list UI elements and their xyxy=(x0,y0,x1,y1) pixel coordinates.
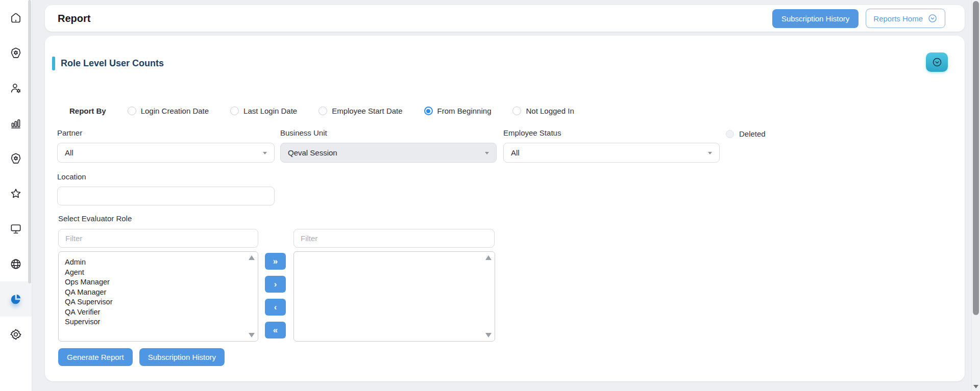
employee-status-field: Employee Status All xyxy=(503,128,720,163)
location-field: Location xyxy=(57,172,275,205)
deleted-label: Deleted xyxy=(739,129,766,138)
role-level-user-counts-card: Role Level User Counts Report By Login C… xyxy=(45,36,965,381)
available-roles-listbox[interactable]: Admin Agent Ops Manager QA Manager QA Su… xyxy=(58,251,258,342)
collapse-card-button[interactable] xyxy=(926,53,948,72)
radio-icon[interactable] xyxy=(128,107,136,115)
radio-label: Employee Start Date xyxy=(332,107,402,115)
sidebar-item-web[interactable] xyxy=(0,246,32,281)
card-title: Role Level User Counts xyxy=(61,58,164,69)
list-item[interactable]: Supervisor xyxy=(65,317,244,327)
subscription-history-button-bottom[interactable]: Subscription History xyxy=(139,348,225,366)
report-by-option[interactable]: Last Login Date xyxy=(230,107,297,115)
sidebar-item-settings[interactable] xyxy=(0,317,32,352)
partner-select[interactable]: All xyxy=(57,143,275,163)
available-roles-filter-input[interactable] xyxy=(58,229,258,248)
radio-icon[interactable] xyxy=(318,107,327,115)
scroll-down-arrow[interactable] xyxy=(973,385,978,388)
location-input[interactable] xyxy=(57,187,275,205)
move-right-button[interactable]: › xyxy=(265,276,286,293)
chevron-down-circle-icon xyxy=(932,57,943,68)
report-by-option[interactable]: Login Creation Date xyxy=(128,107,209,115)
report-by-option[interactable]: Not Logged In xyxy=(512,107,574,115)
caret-down-icon xyxy=(263,152,267,154)
employee-status-select-value: All xyxy=(511,148,520,157)
employee-status-select[interactable]: All xyxy=(503,143,720,163)
list-item[interactable]: QA Supervisor xyxy=(65,297,244,307)
sidebar-item-reports[interactable] xyxy=(0,106,32,141)
radio-icon[interactable] xyxy=(230,107,239,115)
gear-icon xyxy=(9,328,22,341)
selected-filter-field xyxy=(293,229,495,248)
list-item[interactable]: Agent xyxy=(65,268,244,278)
move-all-left-button[interactable]: « xyxy=(265,322,286,338)
badge-gear-icon xyxy=(9,152,22,165)
evaluator-role-label: Select Evaluator Role xyxy=(58,214,132,223)
list-item[interactable]: Ops Manager xyxy=(65,277,244,288)
generate-report-button[interactable]: Generate Report xyxy=(58,348,133,366)
pie-chart-icon xyxy=(9,293,22,306)
business-unit-label: Business Unit xyxy=(280,128,497,137)
available-filter-field xyxy=(58,229,258,248)
location-label: Location xyxy=(57,172,275,181)
main-area: Report Subscription History Reports Home… xyxy=(32,0,980,391)
header-actions: Subscription History Reports Home xyxy=(772,9,945,28)
deleted-checkbox-field[interactable]: Deleted xyxy=(726,129,766,138)
scroll-up-arrow[interactable] xyxy=(485,255,492,260)
sidebar-item-favorites[interactable] xyxy=(0,176,32,211)
radio-icon[interactable] xyxy=(424,107,433,115)
list-item[interactable]: Admin xyxy=(65,257,244,268)
list-item[interactable]: QA Manager xyxy=(65,288,244,298)
subscription-history-button[interactable]: Subscription History xyxy=(772,9,859,28)
sidebar-item-user-settings[interactable] xyxy=(0,70,32,106)
partner-select-value: All xyxy=(65,148,74,157)
business-unit-field: Business Unit Qeval Session xyxy=(280,128,497,163)
selected-roles-filter-input[interactable] xyxy=(293,229,495,248)
sidebar-scrollbar[interactable] xyxy=(28,0,31,283)
report-by-option[interactable]: Employee Start Date xyxy=(318,107,402,115)
radio-label: From Beginning xyxy=(437,107,492,115)
move-all-right-button[interactable]: » xyxy=(265,253,286,270)
card-actions: Generate Report Subscription History xyxy=(58,348,225,366)
partner-label: Partner xyxy=(57,128,275,137)
radio-label: Login Creation Date xyxy=(141,107,209,115)
reports-home-label: Reports Home xyxy=(873,14,923,23)
radio-icon[interactable] xyxy=(512,107,521,115)
chevron-down-circle-icon xyxy=(927,13,938,23)
report-by-label: Report By xyxy=(69,107,106,115)
scroll-up-arrow[interactable] xyxy=(249,255,255,260)
page-scrollbar[interactable] xyxy=(971,0,980,391)
deleted-checkbox[interactable] xyxy=(726,130,734,138)
sidebar-item-badge[interactable] xyxy=(0,35,32,70)
monitor-icon xyxy=(9,222,22,236)
user-gear-icon xyxy=(9,82,22,95)
card-title-row: Role Level User Counts xyxy=(52,57,164,70)
globe-icon xyxy=(9,257,22,271)
scroll-down-arrow[interactable] xyxy=(249,333,255,337)
business-unit-select-value: Qeval Session xyxy=(288,148,337,157)
sidebar-item-monitor[interactable] xyxy=(0,211,32,246)
business-unit-select[interactable]: Qeval Session xyxy=(280,143,497,163)
selected-roles-listbox[interactable] xyxy=(293,251,495,342)
list-item[interactable]: QA Verifier xyxy=(65,307,244,318)
radio-label: Not Logged In xyxy=(526,107,574,115)
page-header: Report Subscription History Reports Home xyxy=(45,5,965,32)
caret-down-icon xyxy=(485,152,489,154)
radio-label: Last Login Date xyxy=(243,107,297,115)
title-accent-bar xyxy=(52,57,55,70)
report-by-row: Report By Login Creation Date Last Login… xyxy=(69,107,574,115)
star-icon xyxy=(9,187,22,200)
partner-field: Partner All xyxy=(57,128,275,163)
move-left-button[interactable]: ‹ xyxy=(265,299,286,316)
transfer-buttons: » › ‹ « xyxy=(265,253,286,338)
page-title: Report xyxy=(58,13,90,24)
sidebar-item-badge-2[interactable] xyxy=(0,141,32,176)
sidebar-item-analytics-active[interactable] xyxy=(0,281,32,317)
report-by-option[interactable]: From Beginning xyxy=(424,107,492,115)
page-scrollbar-thumb[interactable] xyxy=(973,1,979,315)
employee-status-label: Employee Status xyxy=(503,128,720,137)
badge-gear-icon xyxy=(9,46,22,60)
bar-chart-icon xyxy=(9,117,22,130)
scroll-down-arrow[interactable] xyxy=(485,333,492,337)
sidebar-item-home[interactable] xyxy=(0,0,32,35)
reports-home-button[interactable]: Reports Home xyxy=(866,9,945,28)
